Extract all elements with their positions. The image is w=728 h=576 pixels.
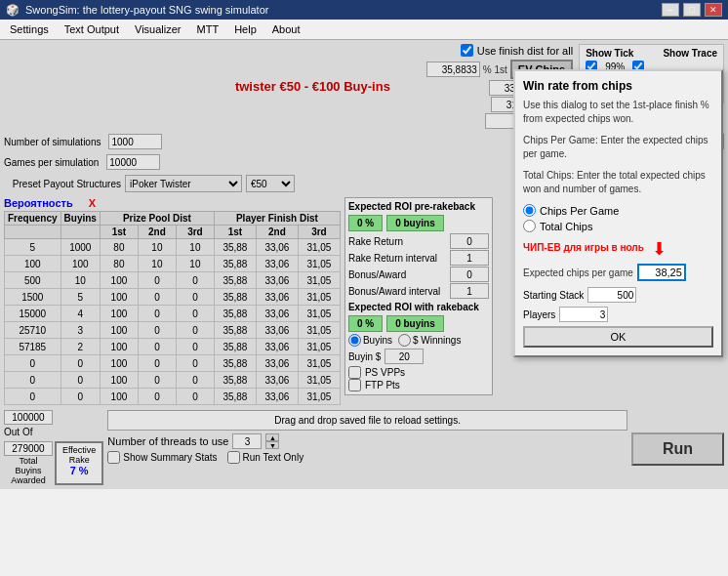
total-chips-radio[interactable] [523, 220, 536, 232]
starting-stack-row: Starting Stack [523, 287, 713, 303]
total-chips-label: Total Chips [540, 221, 592, 232]
close-button[interactable]: ✕ [705, 3, 722, 17]
app-icon: 🎲 [6, 4, 20, 17]
minimize-button[interactable]: ─ [662, 3, 679, 17]
menu-visualizer[interactable]: Visualizer [129, 21, 187, 37]
expected-chips-label: Expected chips per game [523, 267, 633, 278]
menu-help[interactable]: Help [228, 21, 263, 37]
chips-per-game-label: Chips Per Game [540, 205, 619, 217]
menu-mtt[interactable]: MTT [191, 21, 225, 37]
red-arrow-icon: ⬇ [652, 238, 667, 260]
starting-stack-label: Starting Stack [523, 290, 584, 301]
menu-settings[interactable]: Settings [4, 21, 55, 37]
menu-text-output[interactable]: Text Output [59, 21, 125, 37]
dialog-radio-group: Chips Per Game Total Chips [523, 204, 713, 232]
menu-bar: Settings Text Output Visualizer MTT Help… [0, 20, 728, 40]
dialog-desc2: Chips Per Game: Enter the expected chips… [523, 134, 713, 161]
expected-chips-row: Expected chips per game [523, 264, 713, 281]
dialog-title: Win rate from chips [523, 79, 713, 93]
window-title: SwongSim: the lottery-payout SNG swing s… [25, 4, 268, 16]
dialog-players-label: Players [523, 309, 555, 320]
dialog-players-row: Players [523, 307, 713, 322]
dialog-desc3: Total Chips: Enter the total expected ch… [523, 169, 713, 196]
chips-label-ru: ЧИП-ЕВ для игры в ноль [523, 242, 644, 253]
starting-stack-input[interactable] [587, 287, 636, 303]
main-content: twister €50 - €100 Buy-ins Use finish di… [0, 40, 728, 489]
chips-per-game-radio[interactable] [523, 204, 536, 217]
menu-about[interactable]: About [266, 21, 306, 37]
win-rate-dialog: Win rate from chips Use this dialog to s… [513, 69, 723, 357]
title-bar: 🎲 SwongSim: the lottery-payout SNG swing… [0, 0, 728, 20]
dialog-players-input[interactable] [559, 307, 608, 322]
dialog-ok-button[interactable]: OK [523, 326, 713, 348]
expected-chips-input[interactable] [637, 264, 686, 281]
dialog-overlay: Win rate from chips Use this dialog to s… [0, 40, 728, 489]
dialog-desc1: Use this dialog to set the 1st-place fin… [523, 99, 713, 126]
maximize-button[interactable]: □ [683, 3, 701, 17]
